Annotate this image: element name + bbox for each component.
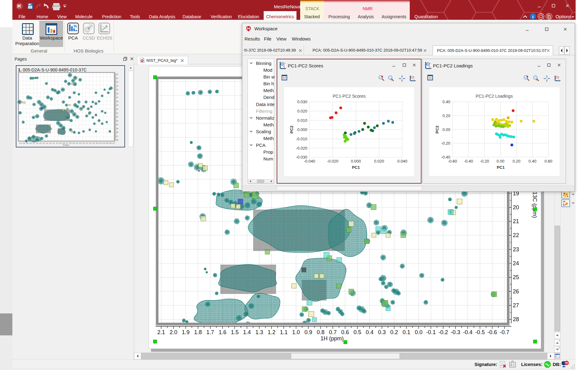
svg-text:28: 28 [513,316,519,322]
svg-text:1.5: 1.5 [231,329,239,335]
svg-text:1.4: 1.4 [43,142,45,144]
svg-text:1.1: 1.1 [280,329,288,335]
svg-text:16: 16 [116,93,118,95]
svg-text:-0.7: -0.7 [112,142,115,144]
svg-text:-0.040: -0.040 [304,159,315,164]
svg-text:0.040: 0.040 [397,159,408,164]
svg-text:0.40: 0.40 [443,100,450,104]
svg-text:15: 15 [116,89,118,91]
svg-text:1.0: 1.0 [292,329,300,335]
svg-text:0.00: 0.00 [496,159,504,164]
svg-text:0.2: 0.2 [390,329,398,335]
svg-text:24: 24 [116,124,118,125]
svg-text:-0.3: -0.3 [451,329,460,335]
svg-text:0.4: 0.4 [366,329,374,335]
svg-text:0.20: 0.20 [512,159,520,164]
svg-text:1.1: 1.1 [53,142,55,144]
svg-text:-0.1: -0.1 [92,142,95,144]
svg-text:25: 25 [116,128,118,130]
svg-text:-0.3: -0.3 [99,142,102,144]
svg-text:PC1: PC1 [497,165,504,170]
svg-text:0.6: 0.6 [69,142,71,144]
svg-text:26: 26 [116,131,118,133]
svg-text:11: 11 [116,73,118,75]
svg-text:1.2: 1.2 [49,142,51,144]
svg-text:0.2: 0.2 [83,142,85,144]
svg-text:-0.2: -0.2 [96,142,98,144]
svg-text:2.1: 2.1 [19,142,22,144]
svg-text:1.7: 1.7 [33,142,35,144]
svg-text:-0.4: -0.4 [102,142,105,144]
svg-text:PC1-PC2 Scores: PC1-PC2 Scores [333,94,366,99]
svg-text:-0.5: -0.5 [475,329,485,335]
svg-text:21: 21 [513,218,519,224]
svg-text:23: 23 [513,246,519,253]
svg-text:0.60: 0.60 [545,159,552,164]
svg-text:-0.010: -0.010 [296,137,307,141]
svg-text:0.9: 0.9 [305,329,312,335]
svg-text:25: 25 [513,274,519,280]
svg-text:PC1: PC1 [352,165,360,170]
svg-text:2.1: 2.1 [157,329,165,335]
svg-text:0.00: 0.00 [443,127,450,132]
svg-text:1.8: 1.8 [29,142,32,144]
svg-text:-0.5: -0.5 [106,142,108,144]
svg-text:0.3: 0.3 [79,142,81,144]
svg-text:18: 18 [116,100,118,102]
svg-text:19: 19 [116,104,118,106]
svg-text:0.020: 0.020 [374,159,384,164]
svg-text:0.20: 0.20 [443,113,450,118]
svg-text:27: 27 [513,302,519,308]
svg-text:0.030: 0.030 [297,100,307,104]
svg-text:0.9: 0.9 [59,142,62,144]
svg-text:1.2: 1.2 [268,329,275,335]
svg-text:13: 13 [116,81,118,83]
svg-text:1.6: 1.6 [218,329,226,335]
svg-text:1.3: 1.3 [46,142,48,144]
svg-text:12: 12 [116,77,118,79]
svg-text:-0.40: -0.40 [464,159,473,164]
svg-text:-0.2: -0.2 [439,329,448,335]
svg-text:2.0: 2.0 [170,329,177,335]
svg-text:21: 21 [116,112,118,114]
svg-text:-0.020: -0.020 [296,146,307,151]
svg-text:1.7: 1.7 [206,329,214,335]
svg-text:PC2: PC2 [435,125,439,133]
svg-text:1.9: 1.9 [26,142,28,144]
svg-text:1.5: 1.5 [39,142,41,144]
svg-text:27: 27 [116,135,118,137]
svg-text:22: 22 [116,116,118,118]
svg-text:0.7: 0.7 [329,329,337,335]
svg-text:22: 22 [513,232,519,238]
svg-text:20: 20 [116,108,118,110]
svg-text:0.6: 0.6 [341,329,349,335]
svg-text:1.6: 1.6 [36,142,38,144]
svg-text:13C (ppm): 13C (ppm) [532,192,538,218]
svg-text:23: 23 [116,120,118,122]
svg-text:0.5: 0.5 [73,142,75,144]
svg-text:-0.1: -0.1 [426,329,436,335]
svg-text:0.000: 0.000 [297,127,307,132]
svg-text:-0.7: -0.7 [500,329,509,335]
svg-text:-0.6: -0.6 [109,142,112,144]
svg-text:0.020: 0.020 [297,109,307,113]
svg-text:17: 17 [116,96,118,98]
svg-text:-0.20: -0.20 [480,159,489,164]
svg-text:0.4: 0.4 [76,142,78,144]
svg-text:1.8: 1.8 [194,329,202,335]
svg-text:1.3: 1.3 [255,329,263,335]
svg-text:0.1: 0.1 [403,329,410,335]
svg-text:0.010: 0.010 [297,118,307,123]
svg-text:14: 14 [116,85,118,87]
svg-text:0.0: 0.0 [89,142,91,144]
svg-text:PC2: PC2 [289,125,294,133]
svg-text:-0.020: -0.020 [327,159,339,164]
svg-text:1.0: 1.0 [56,142,58,144]
svg-text:2.0: 2.0 [23,142,25,144]
svg-text:-0.20: -0.20 [441,141,450,146]
svg-text:20: 20 [513,204,519,211]
svg-text:0.3: 0.3 [378,329,386,335]
svg-text:0.5: 0.5 [353,329,361,335]
svg-text:1.9: 1.9 [182,329,189,335]
svg-text:-0.6: -0.6 [487,329,497,335]
